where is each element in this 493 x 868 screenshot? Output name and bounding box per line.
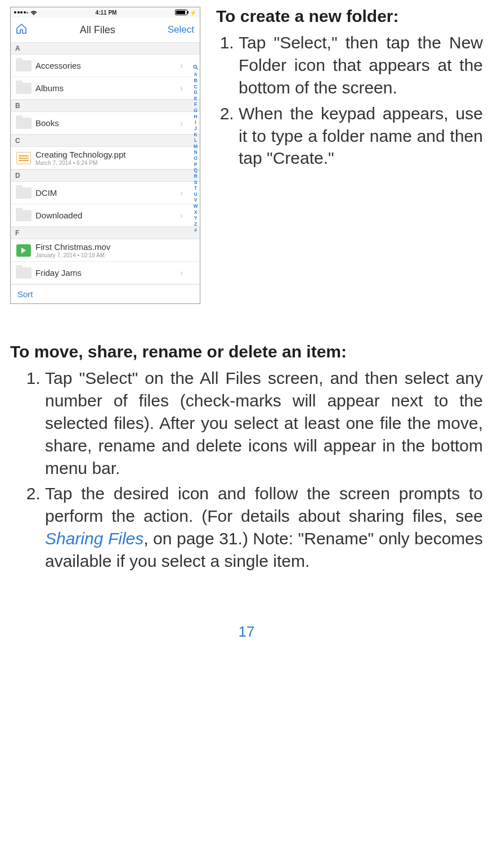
file-list: A Accessories › Albums › B Books [11, 42, 200, 284]
index-letter[interactable]: H [194, 114, 197, 120]
index-letter[interactable]: F [194, 101, 197, 108]
index-letter[interactable]: Z [194, 221, 197, 227]
index-letter[interactable]: P [194, 162, 198, 168]
video-icon [14, 243, 33, 258]
section-header: B [11, 100, 200, 112]
item-name: First Christmas.mov [35, 242, 110, 252]
list-item[interactable]: First Christmas.mov January 7, 2014 • 10… [11, 239, 200, 262]
select-button[interactable]: Select [168, 24, 194, 35]
index-letter[interactable]: K [194, 132, 197, 138]
chevron-right-icon: › [180, 268, 183, 278]
search-icon[interactable] [193, 65, 198, 71]
index-letter[interactable]: S [194, 180, 198, 186]
page-number: 17 [10, 623, 483, 641]
presentation-icon [14, 151, 33, 165]
item-meta: March 7, 2014 • 6:24 PM [35, 160, 126, 166]
chevron-right-icon: › [180, 188, 183, 198]
svg-point-0 [194, 65, 196, 68]
ios-status-bar: 4:11 PM ⚡ [11, 7, 200, 17]
chevron-right-icon: › [180, 118, 183, 128]
move-share-rename-delete-instructions: To move, share, rename or delete an item… [10, 342, 483, 572]
section-header: A [11, 42, 200, 55]
folder-icon [14, 116, 33, 131]
list-item[interactable]: Albums › [11, 77, 200, 100]
index-letter[interactable]: Q [194, 167, 198, 173]
footer-bar: Sort [11, 284, 200, 303]
list-item[interactable]: DCIM › [11, 182, 200, 204]
index-letter[interactable]: O [194, 155, 198, 162]
battery-icon [175, 10, 187, 15]
nav-title: All Files [28, 24, 168, 36]
signal-dots-icon [14, 11, 28, 14]
folder-icon [14, 186, 33, 200]
status-time: 4:11 PM [96, 10, 117, 16]
folder-icon [14, 81, 33, 96]
alpha-index[interactable]: A B C D E F G H I J K L M N O P Q [193, 65, 198, 233]
index-letter[interactable]: W [193, 203, 198, 209]
nav-bar: All Files Select [11, 17, 200, 42]
instruction-step: Tap the desired icon and follow the scre… [45, 482, 483, 572]
text: Tap the desired icon and follow the scre… [45, 484, 483, 525]
index-letter[interactable]: Y [194, 215, 198, 221]
item-name: DCIM [35, 188, 57, 198]
phone-screenshot: 4:11 PM ⚡ All Files Select A [10, 7, 200, 304]
item-name: Accessories [35, 61, 81, 70]
section-header: D [11, 169, 200, 182]
instruction-step: Tap "Select" on the All Files screen, an… [45, 367, 483, 479]
instruction-step: Tap "Select," then tap the New Folder ic… [239, 32, 483, 99]
index-letter[interactable]: M [194, 144, 198, 150]
sort-button[interactable]: Sort [17, 289, 33, 299]
chevron-right-icon: › [180, 211, 183, 221]
list-item[interactable]: Downloaded › [11, 204, 200, 227]
index-letter[interactable]: I [195, 119, 196, 126]
index-letter[interactable]: N [194, 149, 197, 155]
charging-icon: ⚡ [190, 10, 196, 16]
folder-icon [14, 208, 33, 223]
item-name: Books [35, 118, 59, 128]
section-heading: To create a new folder: [216, 7, 483, 26]
index-letter[interactable]: D [194, 90, 197, 96]
svg-line-1 [196, 68, 198, 70]
index-letter[interactable]: L [194, 137, 197, 144]
folder-icon [14, 266, 33, 280]
index-letter[interactable]: J [194, 126, 197, 132]
create-folder-instructions: To create a new folder: Tap "Select," th… [216, 7, 483, 173]
index-letter[interactable]: # [194, 227, 197, 234]
list-item[interactable]: Creating Technology.ppt March 7, 2014 • … [11, 147, 200, 169]
chevron-right-icon: › [180, 61, 183, 71]
list-item[interactable]: Accessories › [11, 55, 200, 77]
home-icon[interactable] [15, 23, 28, 37]
item-name: Albums [35, 83, 64, 93]
item-name: Downloaded [35, 211, 82, 220]
folder-icon [14, 59, 33, 73]
index-letter[interactable]: R [194, 173, 197, 180]
section-header: C [11, 135, 200, 147]
section-heading: To move, share, rename or delete an item… [10, 342, 483, 361]
index-letter[interactable]: T [194, 185, 197, 191]
item-name: Friday Jams [35, 268, 82, 278]
list-item[interactable]: Friday Jams › [11, 262, 200, 284]
index-letter[interactable]: E [194, 96, 198, 102]
section-header: F [11, 227, 200, 239]
index-letter[interactable]: V [194, 197, 198, 203]
item-meta: January 7, 2014 • 10:18 AM [35, 252, 110, 258]
index-letter[interactable]: X [194, 209, 198, 216]
index-letter[interactable]: B [194, 78, 197, 84]
index-letter[interactable]: G [194, 108, 198, 114]
instruction-step: When the keypad appears, use it to type … [239, 102, 483, 170]
index-letter[interactable]: C [194, 84, 197, 90]
chevron-right-icon: › [180, 83, 183, 93]
item-name: Creating Technology.ppt [35, 150, 126, 159]
index-letter[interactable]: A [194, 71, 197, 78]
sharing-files-link[interactable]: Sharing Files [45, 529, 144, 548]
list-item[interactable]: Books › [11, 112, 200, 135]
index-letter[interactable]: U [194, 191, 197, 198]
wifi-icon [30, 10, 37, 15]
